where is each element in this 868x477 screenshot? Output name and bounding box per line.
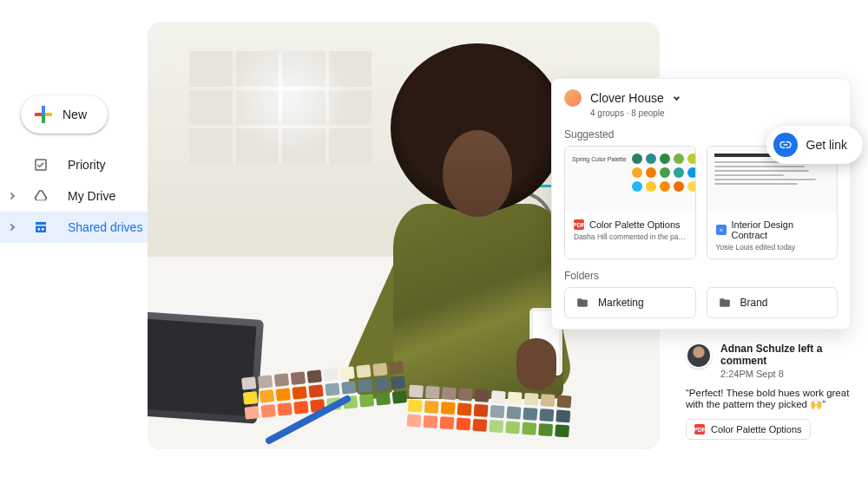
new-button-label: New bbox=[62, 108, 87, 121]
comment-timestamp: 2:24PM Sept 8 bbox=[720, 369, 866, 379]
file-name-label: Color Palette Options bbox=[589, 219, 681, 230]
chevron-down-icon[interactable] bbox=[674, 95, 680, 101]
comment-author-line: Adnan Schulze left a comment bbox=[720, 343, 866, 367]
folder-icon bbox=[718, 297, 732, 309]
docs-icon: ≡ bbox=[716, 225, 727, 235]
plus-icon bbox=[35, 106, 52, 123]
drive-title[interactable]: Clover House bbox=[590, 91, 664, 105]
folders-label: Folders bbox=[564, 270, 838, 282]
comment-file-chip[interactable]: PDF Color Palette Options bbox=[686, 419, 811, 440]
file-name-label: Interior Design Contract bbox=[732, 219, 829, 240]
drive-subtitle: 4 groups · 8 people bbox=[590, 108, 838, 118]
new-button[interactable]: New bbox=[21, 95, 108, 134]
comment-card: Adnan Schulze left a comment 2:24PM Sept… bbox=[686, 343, 866, 440]
pdf-icon: PDF bbox=[574, 219, 584, 230]
chevron-right-icon bbox=[8, 193, 15, 199]
folder-name-label: Brand bbox=[740, 297, 768, 309]
sidebar-item-label: Priority bbox=[68, 158, 106, 172]
commenter-avatar bbox=[686, 343, 712, 369]
sidebar-item-label: Shared drives bbox=[68, 220, 142, 234]
drive-avatar bbox=[564, 89, 582, 107]
get-link-label: Get link bbox=[806, 138, 847, 152]
file-thumbnail: Spring Color Palette bbox=[565, 147, 695, 212]
shared-drives-icon bbox=[33, 219, 49, 235]
pdf-icon: PDF bbox=[694, 424, 705, 435]
shared-drive-panel: Clover House 4 groups · 8 people Suggest… bbox=[551, 78, 851, 330]
comment-body: “Perfect! These bold hues work great wit… bbox=[686, 388, 866, 410]
drive-icon bbox=[33, 188, 49, 204]
get-link-button[interactable]: Get link bbox=[766, 126, 863, 164]
sidebar-item-label: My Drive bbox=[68, 189, 115, 203]
file-activity-label: Yosie Louis edited today bbox=[716, 243, 829, 252]
folder-brand[interactable]: Brand bbox=[707, 287, 838, 318]
link-icon bbox=[773, 133, 798, 157]
chevron-right-icon bbox=[8, 224, 15, 231]
folder-icon bbox=[575, 297, 589, 309]
comment-file-name: Color Palette Options bbox=[711, 424, 802, 435]
file-card-color-palette[interactable]: Spring Color Palette PDFColor Palette Op… bbox=[564, 146, 696, 259]
folder-name-label: Marketing bbox=[598, 297, 644, 309]
folder-marketing[interactable]: Marketing bbox=[564, 287, 696, 318]
file-activity-label: Dasha Hill commented in the past month bbox=[574, 232, 687, 241]
priority-icon bbox=[33, 157, 49, 173]
